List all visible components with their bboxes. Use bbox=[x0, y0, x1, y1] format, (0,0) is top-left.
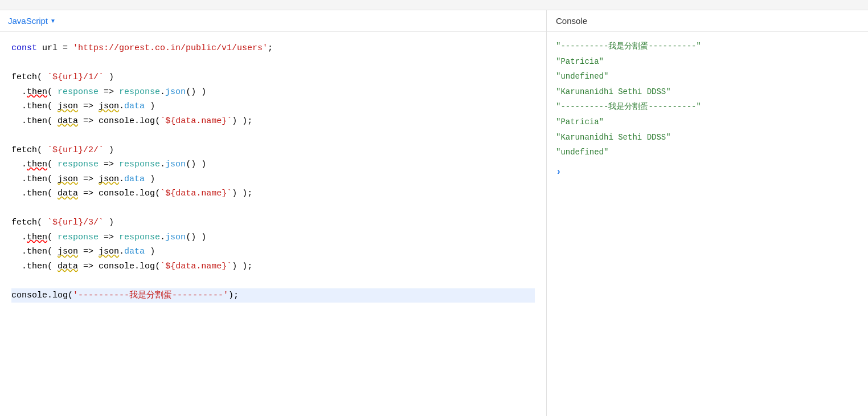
console-line-2: "undefined" bbox=[556, 69, 859, 84]
code-line-fetch2: fetch( `${url}/2/` ) bbox=[11, 143, 535, 158]
code-line-empty-3 bbox=[11, 201, 535, 216]
top-bar bbox=[0, 0, 868, 10]
console-panel: Console "----------我是分割蛋----------" "Pat… bbox=[547, 10, 868, 416]
editor-panel: JavaScript ▼ const url = 'https://gorest… bbox=[0, 10, 547, 416]
console-line-6: "Karunanidhi Sethi DDSS" bbox=[556, 130, 859, 145]
console-title: Console bbox=[547, 10, 868, 32]
console-line-5: "Patricia" bbox=[556, 115, 859, 130]
code-line-then2a: .then( response => response.json() ) bbox=[11, 157, 535, 172]
console-prompt: › bbox=[556, 164, 859, 181]
code-line-empty-4 bbox=[11, 274, 535, 288]
editor-header: JavaScript ▼ bbox=[0, 10, 546, 32]
console-line-4: "----------我是分割蛋----------" bbox=[556, 99, 859, 115]
code-line-then1a: .then( response => response.json() ) bbox=[11, 85, 535, 100]
code-line-then1c: .then( data => console.log(`${data.name}… bbox=[11, 114, 535, 129]
console-line-3: "Karunanidhi Sethi DDSS" bbox=[556, 84, 859, 100]
code-line-then3c: .then( data => console.log(`${data.name}… bbox=[11, 259, 535, 274]
console-line-0: "----------我是分割蛋----------" bbox=[556, 39, 859, 54]
code-line-fetch3: fetch( `${url}/3/` ) bbox=[11, 215, 535, 230]
main-container: JavaScript ▼ const url = 'https://gorest… bbox=[0, 10, 868, 416]
console-output: "----------我是分割蛋----------" "Patricia" "… bbox=[547, 32, 868, 416]
editor-content: const url = 'https://gorest.co.in/public… bbox=[0, 32, 546, 416]
code-line-1: const url = 'https://gorest.co.in/public… bbox=[11, 41, 535, 56]
language-label: JavaScript bbox=[8, 16, 48, 26]
console-line-1: "Patricia" bbox=[556, 54, 859, 70]
code-line-fetch1: fetch( `${url}/1/` ) bbox=[11, 70, 535, 85]
language-selector[interactable]: JavaScript ▼ bbox=[8, 16, 56, 26]
code-line-then3b: .then( json => json.data ) bbox=[11, 244, 535, 259]
code-line-then2b: .then( json => json.data ) bbox=[11, 172, 535, 187]
code-line-consolelog: console.log('----------我是分割蛋----------')… bbox=[11, 288, 535, 303]
code-line-empty-2 bbox=[11, 128, 535, 143]
console-line-7: "undefined" bbox=[556, 145, 859, 160]
code-line-then1b: .then( json => json.data ) bbox=[11, 99, 535, 114]
code-line-empty-1 bbox=[11, 56, 535, 71]
code-line-then2c: .then( data => console.log(`${data.name}… bbox=[11, 186, 535, 201]
chevron-down-icon: ▼ bbox=[50, 18, 56, 24]
code-line-then3a: .then( response => response.json() ) bbox=[11, 230, 535, 245]
